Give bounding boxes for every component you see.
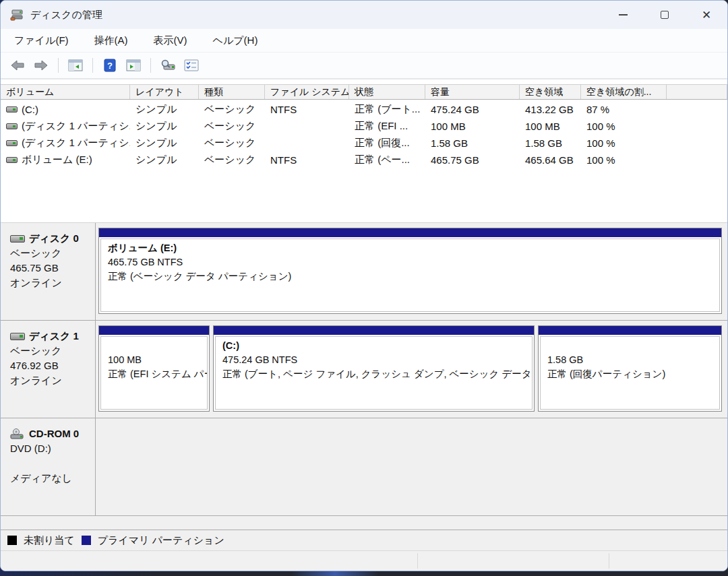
status-cell: 正常 (ペー...	[349, 150, 425, 167]
cdrom-0-media-area	[96, 418, 727, 515]
layout-cell: シンプル	[130, 133, 199, 150]
help-button[interactable]: ?	[101, 57, 119, 74]
toolbar: ?	[1, 53, 727, 79]
status-cell: 正常 (回復...	[349, 133, 425, 150]
col-status[interactable]: 状態	[349, 85, 425, 99]
col-free-percent[interactable]: 空き領域の割...	[581, 85, 667, 99]
disk-name: ディスク 0	[29, 231, 79, 246]
disk-properties-button[interactable]	[159, 57, 177, 74]
col-type[interactable]: 種類	[199, 85, 265, 99]
capacity-cell: 475.24 GB	[425, 100, 520, 117]
disk-0-label[interactable]: ディスク 0 ベーシック 465.75 GB オンライン	[1, 223, 96, 320]
help-icon: ?	[104, 59, 116, 72]
disk-status: オンライン	[10, 373, 92, 388]
volume-icon	[6, 123, 18, 129]
col-empty	[667, 85, 727, 99]
primary-partition-label: プライマリ パーティション	[98, 534, 224, 547]
minimize-icon	[619, 14, 628, 15]
show-action-pane-button[interactable]	[125, 57, 142, 74]
toolbar-separator	[92, 58, 93, 73]
window-title: ディスクの管理	[30, 9, 102, 22]
menu-action[interactable]: 操作(A)	[94, 34, 128, 47]
primary-partition-color-band	[99, 326, 209, 335]
volume-name-cell: ボリューム (E:)	[1, 150, 130, 167]
type-cell: ベーシック	[199, 150, 265, 167]
primary-partition-color-swatch	[82, 536, 91, 545]
disk-type: ベーシック	[10, 246, 92, 261]
layout-cell: シンプル	[130, 117, 199, 133]
partition-status: 正常 (ブート, ページ ファイル, クラッシュ ダンプ, ベーシック データ …	[222, 367, 525, 381]
cdrom-media-status: メディアなし	[10, 471, 92, 486]
forward-button[interactable]	[32, 57, 50, 74]
disk-management-app-icon	[10, 9, 24, 21]
free-cell: 465.64 GB	[520, 150, 581, 167]
disk-1-label[interactable]: ディスク 1 ベーシック 476.92 GB オンライン	[1, 321, 96, 418]
forward-arrow-icon	[34, 60, 49, 71]
partition-volume-e[interactable]: ボリューム (E:) 465.75 GB NTFS 正常 (ベーシック データ …	[98, 228, 722, 314]
disk-status: オンライン	[10, 276, 92, 290]
partition-status: 正常 (ベーシック データ パーティション)	[108, 269, 712, 284]
layout-cell: シンプル	[130, 150, 199, 167]
cdrom-0-label[interactable]: CD-ROM 0 DVD (D:) メディアなし	[1, 418, 96, 515]
partition-title: (C:)	[222, 339, 525, 353]
partition-recovery[interactable]: 1.58 GB 正常 (回復パーティション)	[538, 325, 722, 412]
pct-cell: 100 %	[581, 133, 667, 150]
status-bar-divider	[609, 553, 609, 569]
disk-name: ディスク 1	[29, 329, 79, 344]
show-console-tree-button[interactable]	[67, 57, 84, 74]
action-pane-icon	[126, 59, 141, 71]
graphical-view-pane: ディスク 0 ベーシック 465.75 GB オンライン ボリューム (E:) …	[1, 222, 727, 530]
partition-title: ボリューム (E:)	[108, 241, 712, 255]
status-cell: 正常 (EFI ...	[349, 117, 425, 133]
primary-partition-color-band	[99, 228, 721, 237]
table-row[interactable]: (ディスク 1 パーティシ... シンプル ベーシック 正常 (EFI ... …	[1, 117, 727, 133]
table-row[interactable]: (C:) シンプル ベーシック NTFS 正常 (ブート... 475.24 G…	[1, 100, 727, 117]
col-filesystem[interactable]: ファイル システム	[265, 85, 349, 99]
volume-list-pane: ボリューム レイアウト 種類 ファイル システム 状態 容量 空き領域 空き領域…	[1, 79, 727, 222]
disk-icon	[10, 333, 25, 340]
table-row[interactable]: ボリューム (E:) シンプル ベーシック NTFS 正常 (ペー... 465…	[1, 150, 727, 167]
title-bar: ディスクの管理 ✕	[1, 1, 727, 29]
disk-0-row: ディスク 0 ベーシック 465.75 GB オンライン ボリューム (E:) …	[1, 223, 727, 321]
volume-table-header: ボリューム レイアウト 種類 ファイル システム 状態 容量 空き領域 空き領域…	[1, 84, 727, 100]
disk-icon	[10, 235, 25, 243]
disk-size: 465.75 GB	[10, 261, 92, 276]
menu-view[interactable]: 表示(V)	[154, 34, 187, 47]
partition-title	[108, 339, 200, 353]
capacity-cell: 100 MB	[425, 117, 520, 133]
disk-1-row: ディスク 1 ベーシック 476.92 GB オンライン 100 MB 正常 (…	[1, 321, 727, 418]
menu-file[interactable]: ファイル(F)	[14, 34, 69, 47]
primary-partition-color-band	[214, 326, 534, 335]
col-capacity[interactable]: 容量	[425, 85, 520, 99]
partition-size: 475.24 GB NTFS	[222, 353, 525, 367]
disk-size: 476.92 GB	[10, 358, 92, 373]
free-cell: 100 MB	[520, 117, 581, 133]
volume-icon	[6, 106, 18, 113]
free-cell: 413.22 GB	[520, 100, 581, 117]
partition-status: 正常 (回復パーティション)	[547, 367, 712, 381]
minimize-button[interactable]	[602, 1, 644, 29]
col-volume[interactable]: ボリューム	[1, 85, 130, 99]
table-row[interactable]: (ディスク 1 パーティシ... シンプル ベーシック 正常 (回復... 1.…	[1, 133, 727, 150]
maximize-button[interactable]	[644, 1, 686, 29]
menu-bar: ファイル(F) 操作(A) 表示(V) ヘルプ(H)	[1, 29, 727, 53]
partition-title	[547, 339, 712, 353]
toolbar-separator	[150, 58, 151, 73]
legend-bar: 未割り当て プライマリ パーティション	[1, 530, 727, 550]
menu-help[interactable]: ヘルプ(H)	[213, 34, 258, 47]
volume-name-cell: (ディスク 1 パーティシ...	[1, 117, 130, 133]
status-bar-divider	[417, 553, 418, 569]
col-free-space[interactable]: 空き領域	[520, 85, 581, 99]
partition-efi-system[interactable]: 100 MB 正常 (EFI システム パー	[98, 325, 210, 412]
pct-cell: 87 %	[581, 100, 667, 117]
customize-view-button[interactable]	[183, 57, 200, 74]
unallocated-color-swatch	[7, 536, 17, 545]
free-cell: 1.58 GB	[520, 133, 581, 150]
partition-size: 465.75 GB NTFS	[108, 255, 712, 269]
col-layout[interactable]: レイアウト	[130, 85, 199, 99]
back-button[interactable]	[9, 57, 26, 74]
volume-icon	[6, 140, 18, 146]
partition-c-drive[interactable]: (C:) 475.24 GB NTFS 正常 (ブート, ページ ファイル, ク…	[213, 325, 535, 412]
close-button[interactable]: ✕	[686, 1, 727, 29]
type-cell: ベーシック	[199, 100, 265, 117]
